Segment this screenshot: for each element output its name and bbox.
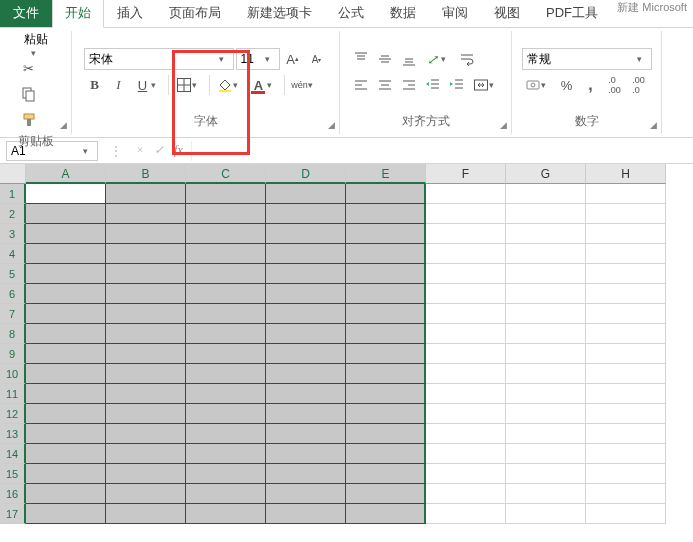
copy-button[interactable] [18, 83, 40, 105]
cell[interactable] [506, 404, 586, 424]
tab-1[interactable]: 插入 [104, 0, 156, 27]
cell[interactable] [346, 504, 426, 524]
cell[interactable] [26, 464, 106, 484]
cell[interactable] [266, 464, 346, 484]
row-header[interactable]: 7 [0, 304, 26, 324]
cell[interactable] [426, 424, 506, 444]
row-header[interactable]: 16 [0, 484, 26, 504]
tab-0[interactable]: 开始 [52, 0, 104, 28]
cell[interactable] [106, 284, 186, 304]
clipboard-launcher[interactable]: ◢ [57, 119, 69, 131]
cell[interactable] [26, 264, 106, 284]
cell[interactable] [426, 324, 506, 344]
cell[interactable] [346, 464, 426, 484]
cell[interactable] [186, 264, 266, 284]
cell[interactable] [106, 384, 186, 404]
increase-decimal-button[interactable]: .0.00 [604, 74, 626, 96]
cell[interactable] [586, 244, 666, 264]
select-all-corner[interactable] [0, 164, 26, 184]
cell[interactable] [266, 284, 346, 304]
cell[interactable] [586, 444, 666, 464]
cell[interactable] [586, 424, 666, 444]
cell[interactable] [506, 324, 586, 344]
cell[interactable] [26, 244, 106, 264]
cell[interactable] [106, 364, 186, 384]
cell[interactable] [26, 224, 106, 244]
cell[interactable] [26, 284, 106, 304]
cell[interactable] [586, 324, 666, 344]
tab-3[interactable]: 新建选项卡 [234, 0, 325, 27]
orientation-button[interactable]: ⤢▾ [422, 48, 454, 70]
align-left-button[interactable] [350, 74, 372, 96]
cell[interactable] [506, 384, 586, 404]
cell[interactable] [26, 384, 106, 404]
cell[interactable] [346, 324, 426, 344]
row-header[interactable]: 8 [0, 324, 26, 344]
tab-8[interactable]: PDF工具 [533, 0, 611, 27]
cell[interactable] [106, 344, 186, 364]
row-header[interactable]: 11 [0, 384, 26, 404]
cell[interactable] [426, 364, 506, 384]
cell[interactable] [506, 364, 586, 384]
cell[interactable] [266, 264, 346, 284]
number-format-combo[interactable]: 常规▾ [522, 48, 652, 70]
row-header[interactable]: 12 [0, 404, 26, 424]
cell[interactable] [506, 304, 586, 324]
cell[interactable] [266, 404, 346, 424]
cell[interactable] [346, 484, 426, 504]
cell[interactable] [506, 184, 586, 204]
cell[interactable] [346, 244, 426, 264]
alignment-launcher[interactable]: ◢ [497, 119, 509, 131]
column-header[interactable]: D [266, 164, 346, 184]
align-right-button[interactable] [398, 74, 420, 96]
row-header[interactable]: 6 [0, 284, 26, 304]
row-header[interactable]: 2 [0, 204, 26, 224]
cell[interactable] [186, 384, 266, 404]
cell[interactable] [346, 264, 426, 284]
font-name-combo[interactable]: 宋体▾ [84, 48, 234, 70]
column-header[interactable]: A [26, 164, 106, 184]
cell[interactable] [426, 184, 506, 204]
row-header[interactable]: 14 [0, 444, 26, 464]
column-header[interactable]: C [186, 164, 266, 184]
cell[interactable] [26, 444, 106, 464]
cell[interactable] [346, 424, 426, 444]
cell[interactable] [346, 404, 426, 424]
cell[interactable] [506, 444, 586, 464]
cell[interactable] [106, 464, 186, 484]
percent-button[interactable]: % [556, 74, 578, 96]
cell[interactable] [586, 184, 666, 204]
cell[interactable] [586, 404, 666, 424]
row-header[interactable]: 15 [0, 464, 26, 484]
cell[interactable] [26, 344, 106, 364]
formula-input[interactable] [191, 141, 693, 161]
cell[interactable] [26, 484, 106, 504]
format-painter-button[interactable] [18, 109, 40, 131]
cell[interactable] [426, 484, 506, 504]
cell[interactable] [426, 204, 506, 224]
cell[interactable] [26, 324, 106, 344]
cell[interactable] [186, 184, 266, 204]
cell[interactable] [586, 304, 666, 324]
align-top-button[interactable] [350, 48, 372, 70]
cell[interactable] [586, 284, 666, 304]
cell[interactable] [506, 224, 586, 244]
decrease-decimal-button[interactable]: .00.0 [628, 74, 650, 96]
cell[interactable] [346, 204, 426, 224]
cell[interactable] [426, 464, 506, 484]
cell[interactable] [106, 324, 186, 344]
tab-6[interactable]: 审阅 [429, 0, 481, 27]
cell[interactable] [346, 444, 426, 464]
cell[interactable] [186, 204, 266, 224]
cell[interactable] [186, 464, 266, 484]
font-size-combo[interactable]: 11▾ [236, 48, 280, 70]
cell[interactable] [26, 424, 106, 444]
number-launcher[interactable]: ◢ [647, 119, 659, 131]
cell[interactable] [506, 204, 586, 224]
cell[interactable] [186, 424, 266, 444]
cell[interactable] [26, 364, 106, 384]
cell[interactable] [106, 224, 186, 244]
accounting-format-button[interactable]: ▾ [522, 74, 554, 96]
insert-function-button[interactable]: fx [174, 143, 183, 158]
row-header[interactable]: 1 [0, 184, 26, 204]
